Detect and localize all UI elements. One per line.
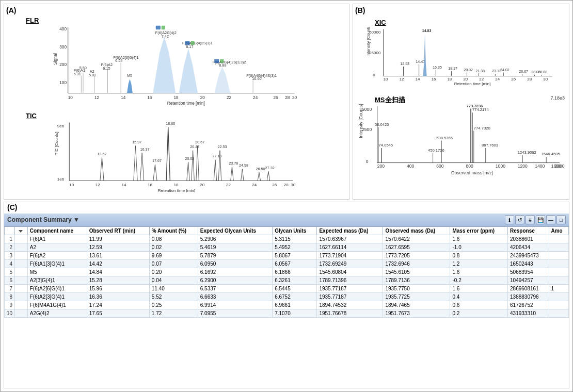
row-sort-indicator: [15, 309, 28, 318]
info-icon-btn[interactable]: ℹ: [505, 215, 514, 224]
svg-text:12.53: 12.53: [400, 62, 409, 66]
row-num: 3: [5, 252, 15, 260]
row-name: F(6)M4A1G(4)1: [27, 301, 87, 309]
ms-svg: 5000 2500 0 Intensity [Counts] 200 400 6…: [355, 104, 567, 180]
row-name: F(6)A2[6]G(4)1: [27, 285, 87, 293]
hash-icon-btn[interactable]: #: [526, 215, 535, 224]
svg-rect-48: [162, 26, 165, 29]
svg-text:18: 18: [447, 77, 452, 81]
row-mass-error: -1.0: [450, 243, 508, 252]
table-title-dropdown[interactable]: ▼: [73, 216, 79, 223]
row-num: 5: [5, 268, 15, 276]
svg-text:Retention time [min]: Retention time [min]: [167, 101, 205, 106]
row-exp-mass: 1570.63967: [317, 235, 383, 243]
row-glycan-units: 6.3261: [273, 276, 317, 285]
svg-text:400: 400: [59, 27, 67, 31]
refresh-icon-btn[interactable]: ↺: [515, 215, 524, 224]
row-exp-mass: 1773.71904: [317, 252, 383, 260]
table-row[interactable]: 3 F(6)A2 13.61 9.69 5.7879 5.8067 1773.7…: [5, 252, 569, 260]
svg-text:5.50: 5.50: [79, 66, 87, 70]
table-row[interactable]: 1 F(6)A1 11.99 0.08 5.2906 5.3115 1570.6…: [5, 235, 569, 243]
row-exp-glycan-units: 6.5337: [198, 285, 272, 293]
col-name[interactable]: Component name: [27, 227, 87, 235]
row-response: 61726752: [508, 301, 549, 309]
svg-text:30: 30: [543, 77, 548, 81]
minimize-icon-btn[interactable]: —: [546, 215, 555, 224]
row-pct-amount: 0.25: [149, 301, 198, 309]
svg-rect-50: [190, 41, 194, 45]
panel-a-label: (A): [6, 6, 347, 14]
row-exp-glycan-units: 6.9914: [198, 301, 272, 309]
svg-text:14: 14: [121, 183, 126, 187]
row-obs-mass: 1732.6946: [383, 260, 450, 268]
table-wrapper[interactable]: Component name Observed RT (min) % Amoun…: [4, 226, 569, 318]
svg-text:2000: 2000: [554, 164, 564, 169]
col-exp-glycan[interactable]: Expected Glycan Units: [198, 227, 272, 235]
ms-chart-container: MS全扫描 7.18e3 5000 2500 0 Intensity [Coun…: [355, 94, 567, 197]
svg-text:12: 12: [95, 183, 101, 187]
svg-rect-52: [220, 59, 224, 63]
table-row[interactable]: 5 M5 14.84 0.20 6.1692 6.1866 1545.60804…: [5, 268, 569, 276]
row-name: F(6)A2[3]G(4)1: [27, 293, 87, 301]
row-name: F(6)A1: [27, 235, 87, 243]
row-num: 9: [5, 301, 15, 309]
tic-chart-container: TIC 9e6 1e6 TIC [Counts] 10 12 14 16 18 …: [6, 111, 347, 196]
table-row[interactable]: 8 F(6)A2[3]G(4)1 16.36 5.52 6.6633 6.675…: [5, 293, 569, 301]
svg-text:24: 24: [495, 77, 500, 81]
component-table: Component name Observed RT (min) % Amoun…: [4, 226, 569, 318]
svg-text:14.83: 14.83: [422, 29, 432, 32]
col-response[interactable]: Response: [508, 227, 549, 235]
svg-text:100: 100: [59, 80, 67, 85]
svg-text:16: 16: [432, 77, 436, 81]
row-sort-indicator: [15, 235, 28, 243]
row-obs-rt: 15.28: [87, 276, 149, 285]
table-row[interactable]: 10 A2G(4)2 17.65 1.72 7.0955 7.1070 1951…: [5, 309, 569, 318]
row-exp-mass: 1732.69249: [317, 260, 383, 268]
row-amount: 1: [549, 285, 569, 293]
save-icon-btn[interactable]: 💾: [536, 215, 545, 224]
svg-text:14: 14: [121, 95, 126, 100]
row-glycan-units: 6.0567: [273, 260, 317, 268]
table-row[interactable]: 2 A2 12.59 0.02 5.4619 5.4952 1627.66114…: [5, 243, 569, 252]
svg-text:50000: 50000: [369, 30, 381, 35]
row-exp-glycan-units: 6.2900: [198, 276, 272, 285]
svg-text:1000: 1000: [496, 164, 505, 169]
svg-marker-20: [179, 48, 198, 93]
col-obs-mass[interactable]: Observed mass (Da): [383, 227, 450, 235]
row-mass-error: 1.2: [450, 260, 508, 268]
svg-text:8.88: 8.88: [219, 63, 226, 68]
svg-text:20.47: 20.47: [190, 144, 199, 149]
table-row[interactable]: 9 F(6)M4A1G(4)1 17.24 0.25 6.9914 6.9661…: [5, 301, 569, 309]
svg-text:9e6: 9e6: [57, 124, 65, 128]
col-amount[interactable]: Amo: [549, 227, 569, 235]
row-obs-mass: 1570.6422: [383, 235, 450, 243]
svg-text:26: 26: [511, 77, 516, 81]
row-num: 6: [5, 276, 15, 285]
col-obs-rt[interactable]: Observed RT (min): [87, 227, 149, 235]
table-row[interactable]: 6 A2[3]G(4)1 15.28 0.04 6.2900 6.3261 17…: [5, 276, 569, 285]
svg-text:5.81: 5.81: [89, 73, 96, 77]
row-name: A2G(4)2: [27, 309, 87, 318]
col-exp-mass[interactable]: Expected mass (Da): [317, 227, 383, 235]
svg-text:1200: 1200: [518, 164, 528, 169]
row-pct-amount: 11.40: [149, 285, 198, 293]
svg-text:24: 24: [253, 95, 258, 100]
table-row[interactable]: 4 F(6)A1[3]G(4)1 14.42 0.07 6.0950 6.056…: [5, 260, 569, 268]
col-sort[interactable]: [15, 227, 28, 235]
restore-icon-btn[interactable]: □: [556, 215, 566, 224]
svg-text:1546.4505: 1546.4505: [542, 152, 560, 156]
svg-rect-49: [185, 41, 189, 45]
svg-text:300: 300: [59, 45, 67, 50]
svg-text:774.2174: 774.2174: [472, 107, 489, 112]
col-mass-error[interactable]: Mass error (ppm): [450, 227, 508, 235]
row-amount: [549, 276, 569, 285]
col-pct-amount[interactable]: % Amount (%): [149, 227, 198, 235]
table-row[interactable]: 7 F(6)A2[6]G(4)1 15.96 11.40 6.5337 6.54…: [5, 285, 569, 293]
svg-text:Intensity [Counts]: Intensity [Counts]: [358, 104, 363, 138]
col-glycan[interactable]: Glycan Units: [273, 227, 317, 235]
row-response: 20388601: [508, 235, 549, 243]
svg-text:15.97: 15.97: [132, 140, 141, 144]
row-obs-mass: 1627.6595: [383, 243, 450, 252]
row-sort-indicator: [15, 276, 28, 285]
row-amount: [549, 252, 569, 260]
